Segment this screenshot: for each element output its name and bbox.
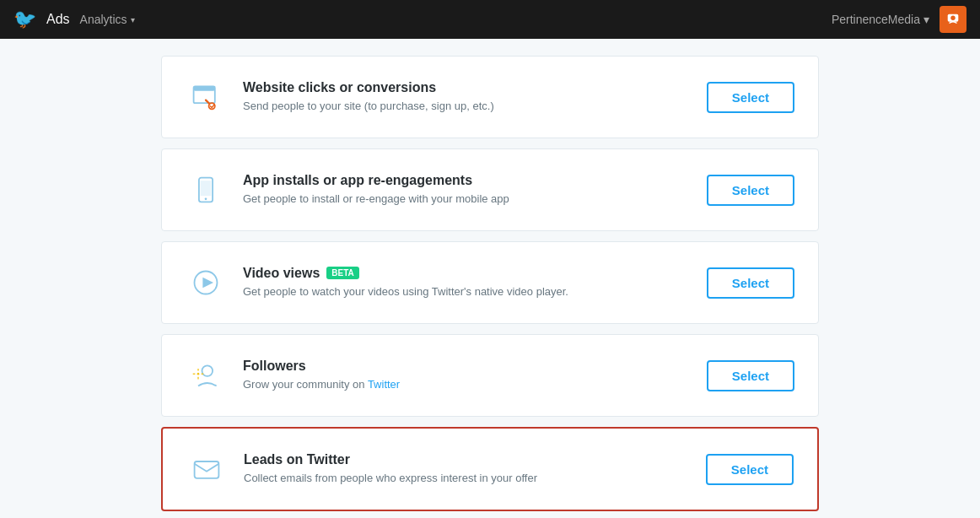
leads-desc: Collect emails from people who express i… <box>244 471 689 486</box>
website-clicks-card: Website clicks or conversions Send peopl… <box>161 56 819 138</box>
followers-text: Followers Grow your community on Twitter <box>243 359 690 392</box>
leads-icon <box>186 449 227 489</box>
app-installs-card: App installs or app re-engagements Get p… <box>161 148 819 231</box>
followers-icon <box>186 355 226 396</box>
website-clicks-select-button[interactable]: Select <box>707 82 794 113</box>
followers-desc: Grow your community on Twitter <box>243 377 690 392</box>
followers-card: Followers Grow your community on Twitter… <box>161 334 819 417</box>
twitter-link[interactable]: Twitter <box>368 378 400 391</box>
svg-point-1 <box>950 16 955 20</box>
video-views-text: Video views BETA Get people to watch you… <box>243 266 690 299</box>
website-clicks-text: Website clicks or conversions Send peopl… <box>243 80 690 114</box>
app-installs-text: App installs or app re-engagements Get p… <box>243 173 690 207</box>
svg-point-10 <box>202 365 213 376</box>
chevron-down-icon: ▾ <box>131 15 135 24</box>
nav-left: 🐦 Ads Analytics ▾ <box>13 8 135 30</box>
analytics-label: Analytics <box>80 13 127 26</box>
app-installs-title: App installs or app re-engagements <box>243 173 690 188</box>
svg-point-11 <box>197 373 200 375</box>
twitter-logo-icon: 🐦 <box>13 8 36 30</box>
leads-title: Leads on Twitter <box>244 452 689 467</box>
svg-point-4 <box>209 103 215 109</box>
svg-rect-6 <box>201 181 212 196</box>
leads-text: Leads on Twitter Collect emails from peo… <box>244 452 689 486</box>
top-navigation: 🐦 Ads Analytics ▾ PertinenceMedia ▾ <box>0 0 980 39</box>
campaign-objective-list: Website clicks or conversions Send peopl… <box>161 56 819 518</box>
analytics-menu[interactable]: Analytics ▾ <box>80 13 135 26</box>
svg-marker-9 <box>202 278 213 289</box>
video-views-select-button[interactable]: Select <box>707 267 794 299</box>
website-clicks-icon <box>186 77 226 117</box>
followers-title: Followers <box>243 359 690 374</box>
svg-rect-16 <box>195 461 219 478</box>
video-views-title: Video views BETA <box>243 266 690 281</box>
beta-badge: BETA <box>326 267 358 279</box>
website-clicks-title: Website clicks or conversions <box>243 80 690 95</box>
video-views-icon <box>186 262 226 303</box>
website-clicks-desc: Send people to your site (to purchase, s… <box>243 99 690 114</box>
video-views-card: Video views BETA Get people to watch you… <box>161 241 819 324</box>
app-installs-icon <box>186 170 226 210</box>
svg-point-7 <box>205 197 207 200</box>
leads-select-button[interactable]: Select <box>706 454 794 485</box>
app-installs-select-button[interactable]: Select <box>707 175 794 206</box>
main-content: Website clicks or conversions Send peopl… <box>0 39 980 518</box>
ads-label: Ads <box>46 12 70 27</box>
leads-card: Leads on Twitter Collect emails from peo… <box>161 427 819 511</box>
followers-select-button[interactable]: Select <box>707 360 794 391</box>
chevron-down-icon: ▾ <box>923 13 929 26</box>
svg-rect-3 <box>194 86 215 90</box>
account-name[interactable]: PertinenceMedia ▾ <box>832 13 929 26</box>
app-installs-desc: Get people to install or re-engage with … <box>243 192 690 207</box>
nav-right: PertinenceMedia ▾ <box>832 6 967 33</box>
account-avatar[interactable] <box>940 6 967 33</box>
video-views-desc: Get people to watch your videos using Tw… <box>243 284 690 299</box>
